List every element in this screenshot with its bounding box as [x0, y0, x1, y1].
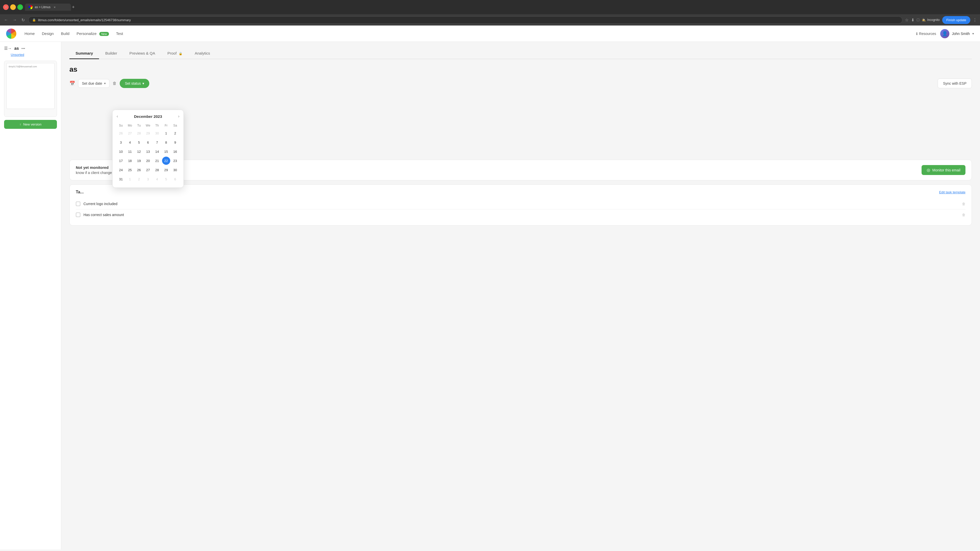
cal-day[interactable]: 11: [126, 148, 134, 156]
finish-update-button[interactable]: Finish update: [942, 16, 970, 24]
cal-day[interactable]: 5: [162, 175, 170, 183]
nav-test[interactable]: Test: [116, 32, 123, 36]
cal-day[interactable]: 27: [144, 166, 152, 174]
close-window-button[interactable]: ✕: [3, 4, 9, 10]
more-options-button[interactable]: ⋮: [973, 17, 977, 22]
nav-design[interactable]: Design: [42, 32, 54, 36]
content-area: Summary Builder Previews & QA Proof 🔒 An…: [61, 42, 980, 549]
cal-day[interactable]: 12: [135, 148, 143, 156]
cal-day[interactable]: 7: [153, 138, 161, 146]
tab-close-icon[interactable]: ✕: [54, 6, 56, 9]
tab-title: as > Litmus: [35, 5, 51, 9]
bookmark-button[interactable]: ☆: [905, 17, 908, 22]
extensions-button[interactable]: □: [917, 17, 920, 22]
sidebar-options-icon[interactable]: •••: [21, 46, 25, 51]
cal-day[interactable]: 4: [153, 175, 161, 183]
new-tab-button[interactable]: +: [72, 5, 75, 10]
cal-day[interactable]: 16: [171, 148, 179, 156]
incognito-button[interactable]: 🕵 Incognito: [922, 18, 940, 22]
cal-day[interactable]: 20: [144, 157, 152, 165]
cal-day-selected[interactable]: 22: [162, 157, 170, 165]
tabs: Summary Builder Previews & QA Proof 🔒 An…: [69, 48, 972, 59]
page-title: as: [69, 65, 77, 73]
minimize-window-button[interactable]: −: [10, 4, 16, 10]
reload-button[interactable]: ↻: [21, 17, 26, 24]
new-version-button[interactable]: ↑ New version: [4, 120, 57, 129]
nav-home[interactable]: Home: [24, 32, 35, 36]
cal-day[interactable]: 18: [126, 157, 134, 165]
cal-day[interactable]: 23: [171, 157, 179, 165]
tab-analytics[interactable]: Analytics: [189, 48, 216, 59]
sidebar: ☰→ as ••• Unsorted 6my0173@litmusemail.c…: [0, 42, 61, 549]
download-button[interactable]: ⬇: [911, 17, 915, 22]
header-right: ℹ Resources 👤 John Smith ▾: [916, 29, 974, 38]
cal-day[interactable]: 8: [162, 138, 170, 146]
calendar-month-year: December 2023: [134, 114, 162, 119]
tab-previews-qa[interactable]: Previews & QA: [123, 48, 161, 59]
browser-toolbar: ← → ↻ 🔒 litmus.com/folders/unsorted_emai…: [0, 14, 980, 25]
forward-button[interactable]: →: [12, 17, 18, 23]
cal-day[interactable]: 28: [135, 129, 143, 137]
due-date-button[interactable]: Set due date ▾: [78, 79, 110, 88]
cal-day[interactable]: 3: [117, 138, 125, 146]
cal-day[interactable]: 1: [126, 175, 134, 183]
app-logo[interactable]: [6, 29, 16, 39]
user-menu-button[interactable]: 👤 John Smith ▾: [940, 29, 974, 38]
cal-day[interactable]: 4: [126, 138, 134, 146]
cal-day[interactable]: 26: [135, 166, 143, 174]
cal-day[interactable]: 29: [144, 129, 152, 137]
cal-day[interactable]: 6: [144, 138, 152, 146]
cal-header-tu: Tu: [135, 123, 143, 128]
sync-esp-button[interactable]: Sync with ESP: [938, 79, 972, 88]
nav-personalize[interactable]: Personalize New: [76, 32, 109, 36]
cal-day[interactable]: 15: [162, 148, 170, 156]
cal-day[interactable]: 14: [153, 148, 161, 156]
nav-build[interactable]: Build: [61, 32, 69, 36]
cal-day[interactable]: 19: [135, 157, 143, 165]
cal-day[interactable]: 24: [117, 166, 125, 174]
monitor-email-button[interactable]: ◎ Monitor this email: [921, 165, 966, 175]
tasks-header: Ta... Edit task template: [76, 190, 966, 194]
maximize-window-button[interactable]: □: [18, 4, 23, 10]
clear-date-icon[interactable]: 🗑: [113, 81, 117, 86]
task-delete-1-icon[interactable]: 🗑: [962, 202, 966, 206]
tab-summary[interactable]: Summary: [69, 48, 99, 59]
tab-proof[interactable]: Proof 🔒: [161, 48, 189, 59]
calendar-prev-button[interactable]: ‹: [117, 114, 118, 119]
cal-day[interactable]: 17: [117, 157, 125, 165]
cal-day[interactable]: 30: [153, 129, 161, 137]
resources-button[interactable]: ℹ Resources: [916, 32, 936, 36]
cal-day[interactable]: 2: [135, 175, 143, 183]
back-button[interactable]: ←: [3, 17, 9, 23]
set-status-button[interactable]: Set status ▾: [120, 79, 149, 88]
cal-header-sa: Sa: [171, 123, 180, 128]
edit-task-template-link[interactable]: Edit task template: [939, 190, 966, 194]
cal-day[interactable]: 29: [162, 166, 170, 174]
cal-day[interactable]: 21: [153, 157, 161, 165]
sidebar-breadcrumb[interactable]: Unsorted: [11, 53, 57, 57]
tab-builder[interactable]: Builder: [99, 48, 123, 59]
browser-tab[interactable]: as > Litmus ✕: [25, 3, 71, 11]
cal-day[interactable]: 25: [126, 166, 134, 174]
cal-day[interactable]: 30: [171, 166, 179, 174]
cal-day[interactable]: 10: [117, 148, 125, 156]
cal-day[interactable]: 26: [117, 129, 125, 137]
monitor-icon: ◎: [927, 168, 930, 172]
cal-day[interactable]: 9: [171, 138, 179, 146]
cal-day[interactable]: 5: [135, 138, 143, 146]
user-name: John Smith: [952, 32, 970, 36]
cal-day[interactable]: 13: [144, 148, 152, 156]
cal-day[interactable]: 28: [153, 166, 161, 174]
cal-day[interactable]: 1: [162, 129, 170, 137]
cal-day[interactable]: 3: [144, 175, 152, 183]
cal-day[interactable]: 2: [171, 129, 179, 137]
task-checkbox-2[interactable]: [76, 213, 80, 217]
cal-day[interactable]: 31: [117, 175, 125, 183]
cal-day[interactable]: 27: [126, 129, 134, 137]
address-bar[interactable]: 🔒 litmus.com/folders/unsorted_emails/ema…: [28, 16, 902, 24]
task-checkbox-1[interactable]: [76, 202, 80, 206]
task-delete-2-icon[interactable]: 🗑: [962, 213, 966, 217]
cal-day[interactable]: 6: [171, 175, 179, 183]
calendar-next-button[interactable]: ›: [178, 114, 180, 119]
task-label-1: Current logo included: [83, 202, 959, 206]
